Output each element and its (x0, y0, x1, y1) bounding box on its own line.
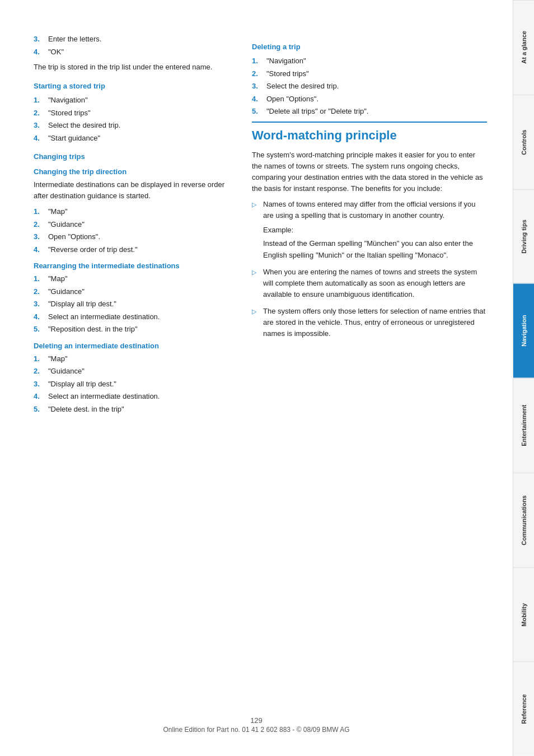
list-item: 2. "Guidance" (34, 366, 235, 377)
list-num: 4. (34, 133, 46, 144)
list-text: "Guidance" (48, 286, 85, 297)
list-item: 5. "Delete dest. in the trip" (34, 404, 235, 415)
sidebar: At a glance Controls Driving tips Naviga… (513, 0, 534, 756)
list-item: 3. Open "Options". (34, 231, 235, 242)
list-item: 4. Select an intermediate destination. (34, 311, 235, 323)
list-num: 3. (34, 34, 46, 45)
sidebar-tab-navigation[interactable]: Navigation (513, 283, 534, 378)
list-num: 3. (34, 298, 46, 310)
list-item: 3. Select the desired trip. (252, 81, 487, 92)
list-num: 5. (34, 404, 46, 415)
list-item: 3. "Display all trip dest." (34, 298, 235, 310)
bullet-text: The system offers only those letters for… (263, 306, 487, 339)
list-text: Select an intermediate destination. (48, 391, 160, 402)
bullet-arrow-icon: ▷ (252, 268, 259, 277)
list-text: "Navigation" (48, 95, 88, 106)
trip-direction-list: 1. "Map" 2. "Guidance" 3. Open "Options"… (34, 206, 235, 255)
list-text: Open "Options". (48, 231, 100, 242)
bullet-text: When you are entering the names of towns… (263, 267, 487, 300)
intro-list: 3. Enter the letters. 4. "OK" (34, 34, 235, 57)
list-text: "Guidance" (48, 219, 85, 230)
list-num: 1. (34, 353, 46, 365)
list-text: "Stored trips" (48, 108, 91, 119)
list-item: 1. "Map" (34, 206, 235, 217)
list-text: "Map" (48, 353, 68, 365)
list-item: 2. "Stored trips" (34, 108, 235, 119)
sidebar-tab-at-a-glance[interactable]: At a glance (513, 0, 534, 95)
word-matching-bullets: ▷ Names of towns entered may differ from… (252, 199, 487, 340)
sidebar-tab-mobility[interactable]: Mobility (513, 567, 534, 662)
list-text: Select an intermediate destination. (48, 311, 160, 323)
list-text: "OK" (48, 46, 64, 58)
list-text: "Start guidance" (48, 133, 100, 144)
main-heading-word-matching: Word-matching principle (252, 122, 487, 143)
list-text: Enter the letters. (48, 34, 101, 45)
list-num: 5. (34, 324, 46, 335)
sidebar-tab-reference[interactable]: Reference (513, 661, 534, 756)
list-item: 1. "Map" (34, 353, 235, 365)
list-num: 4. (34, 311, 46, 323)
list-num: 4. (34, 46, 46, 58)
list-item: 2. "Stored trips" (252, 68, 487, 80)
section-heading-deleting-trip: Deleting a trip (252, 43, 487, 51)
bullet-item: ▷ The system offers only those letters f… (252, 306, 487, 339)
list-item: 3. Enter the letters. (34, 34, 235, 45)
list-item: 2. "Guidance" (34, 286, 235, 297)
list-num: 3. (34, 231, 46, 242)
list-item: 3. "Display all trip dest." (34, 379, 235, 390)
list-item: 4. "Start guidance" (34, 133, 235, 144)
list-num: 1. (34, 273, 46, 284)
list-item: 4. "Reverse order of trip dest." (34, 244, 235, 255)
list-num: 4. (34, 391, 46, 402)
right-column: Deleting a trip 1. "Navigation" 2. "Stor… (252, 34, 487, 722)
main-content: 3. Enter the letters. 4. "OK" The trip i… (0, 0, 513, 756)
page-wrapper: 3. Enter the letters. 4. "OK" The trip i… (0, 0, 534, 756)
list-item: 1. "Navigation" (252, 55, 487, 67)
list-num: 3. (252, 81, 264, 92)
sidebar-tab-driving-tips[interactable]: Driving tips (513, 189, 534, 284)
page-footer: 129 Online Edition for Part no. 01 41 2 … (0, 716, 513, 734)
list-text: "Display all trip dest." (48, 298, 116, 310)
list-text: "Guidance" (48, 366, 85, 377)
list-item: 2. "Guidance" (34, 219, 235, 230)
list-num: 2. (34, 366, 46, 377)
intro-note: The trip is stored in the trip list unde… (34, 62, 235, 73)
list-text: Select the desired trip. (48, 120, 120, 131)
list-text: "Delete all trips" or "Delete trip". (266, 106, 368, 117)
deleting-intermediate-list: 1. "Map" 2. "Guidance" 3. "Display all t… (34, 353, 235, 415)
bullet-arrow-icon: ▷ (252, 200, 259, 209)
bullet-arrow-icon: ▷ (252, 307, 259, 316)
example-label: Example: (263, 225, 487, 236)
trip-direction-body: Intermediate destinations can be display… (34, 179, 235, 202)
list-item: 1. "Map" (34, 273, 235, 284)
section-heading-changing: Changing trips (34, 152, 235, 161)
list-text: "Reposition dest. in the trip" (48, 324, 138, 335)
list-item: 3. Select the desired trip. (34, 120, 235, 131)
footer-note: Online Edition for Part no. 01 41 2 602 … (163, 726, 349, 734)
list-num: 4. (252, 94, 264, 105)
list-num: 2. (34, 286, 46, 297)
list-text: "Navigation" (266, 55, 306, 67)
left-column: 3. Enter the letters. 4. "OK" The trip i… (34, 34, 235, 722)
sidebar-tab-entertainment[interactable]: Entertainment (513, 378, 534, 473)
bullet-item: ▷ Names of towns entered may differ from… (252, 199, 487, 261)
list-item: 5. "Reposition dest. in the trip" (34, 324, 235, 335)
rearranging-list: 1. "Map" 2. "Guidance" 3. "Display all t… (34, 273, 235, 335)
list-text: Select the desired trip. (266, 81, 339, 92)
subheading-trip-direction: Changing the trip direction (34, 167, 235, 176)
page-number: 129 (0, 716, 513, 725)
subheading-deleting-intermediate: Deleting an intermediate destination (34, 342, 235, 350)
list-item: 1. "Navigation" (34, 95, 235, 106)
list-item: 4. Select an intermediate destination. (34, 391, 235, 402)
list-num: 1. (34, 206, 46, 217)
sidebar-tab-controls[interactable]: Controls (513, 95, 534, 189)
deleting-trip-list: 1. "Navigation" 2. "Stored trips" 3. Sel… (252, 55, 487, 117)
list-num: 4. (34, 244, 46, 255)
list-num: 2. (34, 219, 46, 230)
subheading-rearranging: Rearranging the intermediate destination… (34, 262, 235, 270)
list-num: 5. (252, 106, 264, 117)
word-matching-body: The system's word-matching principle mak… (252, 150, 487, 195)
sidebar-tab-communications[interactable]: Communications (513, 473, 534, 567)
list-num: 2. (34, 108, 46, 119)
list-num: 2. (252, 68, 264, 80)
